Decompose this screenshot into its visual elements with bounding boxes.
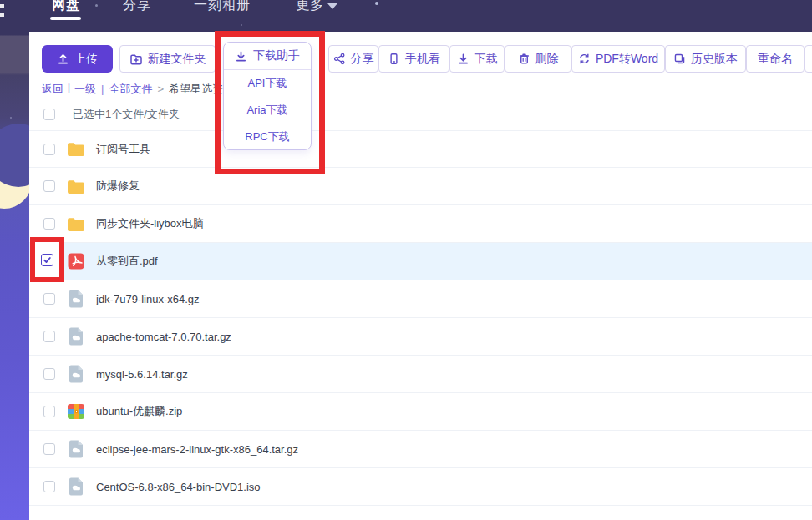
file-row[interactable]: 订阅号工具 <box>29 130 812 168</box>
delete-button[interactable]: 删除 <box>505 45 571 73</box>
upload-button-label: 上传 <box>74 52 98 67</box>
row-checkbox[interactable] <box>43 331 55 342</box>
file-icon <box>67 402 85 421</box>
pdf-to-word-button[interactable]: PDF转Word <box>571 45 665 73</box>
file-icon <box>67 252 85 270</box>
delete-button-label: 删除 <box>535 52 559 67</box>
file-icon <box>67 177 85 195</box>
nav-tab-share[interactable]: 分享 <box>123 0 151 14</box>
nav-tab-moment-album[interactable]: 一刻相册 <box>194 0 251 14</box>
new-folder-button-label: 新建文件夹 <box>148 52 206 67</box>
generic-file-icon <box>68 290 84 308</box>
file-icon <box>67 140 85 159</box>
breadcrumb: 返回上一级 | 全部文件 > 希望星选资源 <box>42 82 234 96</box>
new-folder-button[interactable]: 新建文件夹 <box>119 45 216 73</box>
chevron-down-icon <box>327 3 337 9</box>
download-button[interactable]: 下载 <box>449 45 505 73</box>
file-name[interactable]: ubuntu-优麒麟.zip <box>96 404 182 419</box>
row-checkbox[interactable] <box>43 406 55 417</box>
row-checkbox[interactable] <box>43 443 55 455</box>
file-icon <box>67 440 85 458</box>
breadcrumb-all-files-link[interactable]: 全部文件 <box>109 82 152 97</box>
file-row[interactable]: eclipse-jee-mars-2-linux-gtk-x86_64.tar.… <box>29 431 812 468</box>
new-folder-icon <box>129 53 143 66</box>
file-icon <box>67 477 85 496</box>
generic-file-icon <box>68 477 84 496</box>
file-name[interactable]: mysql-5.6.14.tar.gz <box>96 368 188 381</box>
file-row[interactable]: apache-tomcat-7.0.70.tar.gz <box>29 318 812 356</box>
select-all-checkbox[interactable] <box>43 109 55 120</box>
convert-icon <box>578 53 591 65</box>
nav-tab-netdisk[interactable]: 网盘 <box>52 0 80 14</box>
content-panel: 上传 新建文件夹 分享 手机看 下载 删除 PDF转Word 历 <box>29 32 812 520</box>
generic-file-icon <box>68 365 84 383</box>
breadcrumb-back-link[interactable]: 返回上一级 <box>42 82 96 97</box>
share-button-label: 分享 <box>351 52 374 67</box>
row-checkbox[interactable] <box>43 293 55 305</box>
breadcrumb-separator: > <box>157 83 164 95</box>
folder-icon <box>67 141 85 157</box>
phone-icon <box>388 53 400 65</box>
file-name[interactable]: jdk-7u79-linux-x64.gz <box>96 293 200 305</box>
file-row[interactable]: jdk-7u79-linux-x64.gz <box>29 280 812 318</box>
file-list: 订阅号工具 防爆修复 同步文件夹-liybox电脑 <box>29 130 812 506</box>
file-row[interactable]: 从零到百.pdf <box>29 243 812 280</box>
file-name[interactable]: eclipse-jee-mars-2-linux-gtk-x86_64.tar.… <box>96 443 298 456</box>
selection-info-bar: 已选中1个文件/文件夹 <box>43 105 180 124</box>
top-navbar: 网盘 分享 一刻相册 更多 <box>0 0 812 35</box>
file-icon <box>67 365 85 383</box>
file-row[interactable]: CentOS-6.8-x86_64-bin-DVD1.iso <box>29 468 812 506</box>
screen: 网盘 分享 一刻相册 更多 上传 新建文件夹 分享 手机看 下载 <box>0 0 812 520</box>
file-row[interactable]: 同步文件夹-liybox电脑 <box>29 205 812 243</box>
download-button-label: 下载 <box>475 52 498 67</box>
row-checkbox[interactable] <box>43 218 55 230</box>
file-row[interactable]: mysql-5.6.14.tar.gz <box>29 356 812 393</box>
selection-info-text: 已选中1个文件/文件夹 <box>73 107 180 122</box>
upload-button[interactable]: 上传 <box>42 45 113 73</box>
view-on-phone-button[interactable]: 手机看 <box>378 45 449 73</box>
star-dot <box>10 117 12 119</box>
row-checkbox[interactable] <box>43 180 55 192</box>
history-versions-button[interactable]: 历史版本 <box>665 45 746 73</box>
annotation-box-checkbox <box>30 237 64 282</box>
share-icon <box>333 53 346 65</box>
file-name[interactable]: apache-tomcat-7.0.70.tar.gz <box>96 331 231 343</box>
share-button[interactable]: 分享 <box>328 45 378 73</box>
folder-icon <box>67 179 85 194</box>
row-checkbox[interactable] <box>43 144 55 155</box>
row-checkbox[interactable] <box>43 368 55 380</box>
download-icon <box>457 53 469 65</box>
file-icon <box>67 290 85 308</box>
file-row[interactable]: ubuntu-优麒麟.zip <box>29 393 812 431</box>
file-name[interactable]: 从零到百.pdf <box>96 254 158 269</box>
file-name[interactable]: 同步文件夹-liybox电脑 <box>96 216 204 231</box>
file-icon <box>67 327 85 346</box>
upload-icon <box>57 53 69 65</box>
file-row[interactable]: 防爆修复 <box>29 168 812 205</box>
zip-archive-icon <box>68 404 84 419</box>
selected-file-checkbox[interactable] <box>41 254 53 266</box>
row-checkbox[interactable] <box>43 481 55 492</box>
clipped-toolbar-button[interactable] <box>804 45 812 73</box>
file-icon <box>67 215 85 233</box>
check-icon <box>43 255 52 265</box>
file-name[interactable]: 防爆修复 <box>96 179 140 194</box>
rename-button-label: 重命名 <box>758 52 793 67</box>
breadcrumb-pipe: | <box>101 83 104 95</box>
trash-icon <box>518 53 530 65</box>
view-on-phone-button-label: 手机看 <box>405 52 440 67</box>
rename-button[interactable]: 重命名 <box>746 45 804 73</box>
generic-file-icon <box>68 327 84 346</box>
pdf-to-word-button-label: PDF转Word <box>596 52 658 67</box>
generic-file-icon <box>68 440 84 458</box>
pdf-icon <box>68 253 84 270</box>
active-tab-underline <box>50 17 81 20</box>
file-name[interactable]: CentOS-6.8-x86_64-bin-DVD1.iso <box>96 481 261 493</box>
folder-icon <box>67 216 85 232</box>
annotation-box-dropdown <box>215 31 325 174</box>
versions-icon <box>673 53 686 65</box>
file-name[interactable]: 订阅号工具 <box>96 142 150 157</box>
nav-tab-more[interactable]: 更多 <box>296 0 324 14</box>
history-versions-button-label: 历史版本 <box>691 52 738 67</box>
